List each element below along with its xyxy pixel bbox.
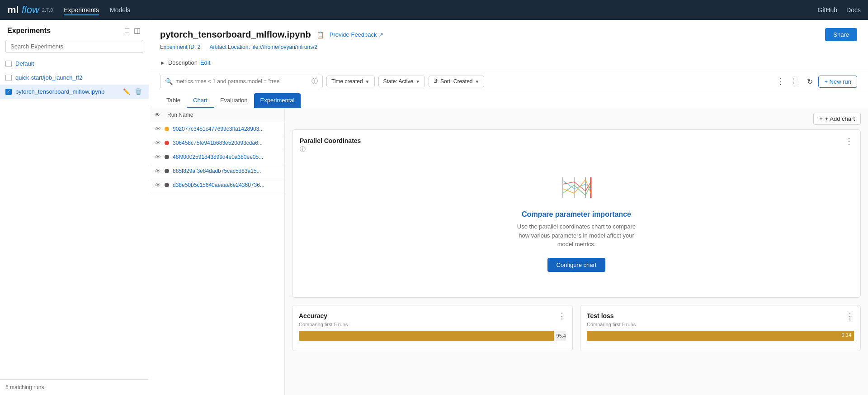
search-input[interactable] <box>5 40 143 53</box>
test-loss-chart-card: Test loss ⋮ Comparing first 5 runs 0.14 <box>580 305 861 351</box>
exp-name-default: Default <box>15 60 118 67</box>
sidebar-footer: 5 matching runs <box>0 379 149 395</box>
artifact-location: Artifact Location: file:///home/jovyan/m… <box>209 44 317 50</box>
test-loss-header: Test loss ⋮ <box>587 312 854 320</box>
description-row[interactable]: ► Description Edit <box>160 56 857 70</box>
filter-input[interactable] <box>175 78 309 85</box>
plus-icon: + <box>819 115 823 122</box>
state-dropdown[interactable]: State: Active ▼ <box>378 76 425 87</box>
delete-default-button[interactable]: 🗑️ <box>133 60 143 67</box>
time-created-dropdown[interactable]: Time created ▼ <box>326 76 375 87</box>
checkbox-pytorch[interactable]: ✓ <box>5 89 12 95</box>
eye-icon-1[interactable]: 👁 <box>155 125 161 133</box>
sidebar-icons: □ ◫ <box>124 26 142 35</box>
nav-models[interactable]: Models <box>110 5 130 15</box>
parallel-coords-title: Parallel Coordinates <box>300 137 361 144</box>
eye-icon-4[interactable]: 👁 <box>155 167 161 175</box>
run-name-5: d38e50b5c15640aeaae6e24360736... <box>173 182 279 188</box>
test-loss-bar-bg: 0.14 <box>587 331 854 341</box>
eye-icon-2[interactable]: 👁 <box>155 139 161 147</box>
delete-pytorch-button[interactable]: 🗑️ <box>133 88 143 95</box>
logo-version: 2.7.0 <box>42 7 53 13</box>
test-loss-title: Test loss <box>587 312 614 319</box>
compare-title: Compare parameter importance <box>522 210 631 219</box>
edit-default-button[interactable]: ✏️ <box>122 60 132 67</box>
sidebar-title: Experiments <box>7 27 51 35</box>
edit-quickstart-button[interactable]: ✏️ <box>122 74 132 81</box>
parallel-coords-placeholder: Compare parameter importance Use the par… <box>300 157 853 290</box>
test-loss-more-button[interactable]: ⋮ <box>846 312 854 320</box>
run-name-1: 902077c3451c477699c3ffa1428903... <box>173 126 279 132</box>
experiment-meta: Experiment ID: 2 Artifact Location: file… <box>160 44 857 50</box>
more-options-button[interactable]: ⋮ <box>774 76 787 87</box>
nav-right: GitHub Docs <box>818 5 861 15</box>
search-icon: 🔍 <box>165 78 173 85</box>
run-row-5[interactable]: 👁 d38e50b5c15640aeaae6e24360736... <box>149 178 284 192</box>
delete-quickstart-button[interactable]: 🗑️ <box>133 74 143 81</box>
sidebar: Experiments □ ◫ Default ✏️ 🗑️ quick-star… <box>0 20 149 395</box>
run-list: 👁 Run Name 👁 902077c3451c477699c3ffa1428… <box>149 108 285 395</box>
checkbox-default[interactable] <box>5 61 12 67</box>
tab-chart[interactable]: Chart <box>187 93 214 108</box>
logo-ml: ml <box>7 4 19 16</box>
experiment-title: pytorch_tensorboard_mlflow.ipynb <box>160 29 311 40</box>
matching-runs-count: 5 matching runs <box>5 384 44 390</box>
experiment-item-pytorch[interactable]: ✓ pytorch_tensorboard_mlflow.ipynb ✏️ 🗑️ <box>0 85 149 99</box>
tab-evaluation[interactable]: Evaluation <box>214 93 254 108</box>
checkbox-quickstart[interactable] <box>5 75 12 81</box>
experiment-item-quickstart[interactable]: quick-start/job_launch_tf2 ✏️ 🗑️ <box>0 71 149 85</box>
run-row-4[interactable]: 👁 885f829af3e84dadb75cac5d83a15... <box>149 164 284 178</box>
accuracy-title: Accuracy <box>299 312 327 319</box>
new-run-button[interactable]: + New run <box>818 76 857 88</box>
refresh-button[interactable]: ↻ <box>805 76 815 88</box>
test-loss-bar-fill <box>587 331 854 341</box>
feedback-link[interactable]: Provide Feedback ↗ <box>330 31 383 38</box>
share-button[interactable]: Share <box>825 28 857 41</box>
accuracy-chart-card: Accuracy ⋮ Comparing first 5 runs 95.4 <box>292 305 573 351</box>
tabs-row: Table Chart Evaluation Experimental <box>149 93 868 108</box>
experiment-item-default[interactable]: Default ✏️ 🗑️ <box>0 57 149 71</box>
nav-docs[interactable]: Docs <box>846 5 861 15</box>
add-chart-button[interactable]: + + Add chart <box>813 113 861 125</box>
eye-icon-3[interactable]: 👁 <box>155 153 161 161</box>
run-name-2: 306458c75fe941b683e520d93cda6... <box>173 140 279 146</box>
mini-chart-row: Accuracy ⋮ Comparing first 5 runs 95.4 <box>292 305 861 351</box>
accuracy-subtitle: Comparing first 5 runs <box>299 322 566 327</box>
add-chart-bar: + + Add chart <box>285 108 868 129</box>
tab-table[interactable]: Table <box>160 93 187 108</box>
edit-pytorch-button[interactable]: ✏️ <box>122 88 132 95</box>
run-row-3[interactable]: 👁 48f90002591843899d4e0a380ee05... <box>149 150 284 164</box>
accuracy-value: 95.4 <box>557 333 566 338</box>
run-dot-5 <box>165 183 169 187</box>
parallel-coords-more-button[interactable]: ⋮ <box>845 137 853 145</box>
eye-icon-5[interactable]: 👁 <box>155 181 161 189</box>
parallel-coords-title-group: Parallel Coordinates ⓘ <box>300 137 361 153</box>
info-icon[interactable]: ⓘ <box>300 145 361 153</box>
run-row-2[interactable]: 👁 306458c75fe941b683e520d93cda6... <box>149 136 284 150</box>
run-name-4: 885f829af3e84dadb75cac5d83a15... <box>173 168 279 174</box>
copy-icon[interactable]: 📋 <box>316 31 324 38</box>
add-experiment-button[interactable]: □ <box>124 26 130 35</box>
tab-experimental[interactable]: Experimental <box>254 93 301 108</box>
accuracy-bar-bg: 95.4 <box>299 331 566 341</box>
edit-description-link[interactable]: Edit <box>200 59 210 66</box>
filter-input-wrapper: 🔍 ⓘ <box>160 75 323 88</box>
external-link-icon: ↗ <box>378 31 383 38</box>
expand-button[interactable]: ⛶ <box>791 76 802 87</box>
visibility-col: 👁 <box>155 112 167 118</box>
chevron-down-icon-2: ▼ <box>415 79 420 84</box>
search-box <box>5 40 143 53</box>
collapse-sidebar-button[interactable]: ◫ <box>133 26 142 35</box>
run-row[interactable]: 👁 902077c3451c477699c3ffa1428903... <box>149 122 284 136</box>
parallel-coords-icon <box>558 175 594 201</box>
nav-experiments[interactable]: Experiments <box>64 5 99 15</box>
accuracy-more-button[interactable]: ⋮ <box>558 312 566 320</box>
configure-chart-button[interactable]: Configure chart <box>547 258 606 272</box>
sort-dropdown[interactable]: ⇵ Sort: Created ▼ <box>429 76 484 87</box>
help-icon[interactable]: ⓘ <box>311 77 318 86</box>
parallel-coordinates-card: Parallel Coordinates ⓘ ⋮ <box>292 129 861 298</box>
accuracy-header: Accuracy ⋮ <box>299 312 566 320</box>
run-dot-2 <box>165 141 169 145</box>
nav-github[interactable]: GitHub <box>818 5 838 15</box>
run-dot-1 <box>165 127 169 131</box>
